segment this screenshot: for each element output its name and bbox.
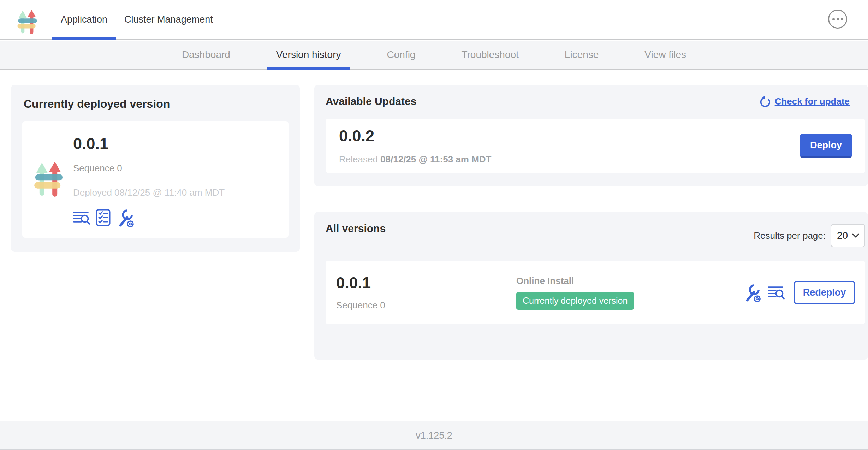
update-version-number: 0.0.2 — [339, 127, 492, 145]
subnav-config[interactable]: Config — [378, 41, 425, 69]
chevron-down-icon — [852, 233, 860, 238]
row-version-number: 0.0.1 — [336, 274, 516, 292]
ellipsis-icon — [837, 18, 839, 20]
update-details: 0.0.2 Released 08/12/25 @ 11:53 am MDT — [339, 127, 492, 165]
results-per-page: Results per page: 20 — [754, 224, 865, 247]
top-header: Application Cluster Management — [0, 0, 868, 40]
deployed-version-actions — [73, 208, 225, 227]
footer: v1.125.2 — [0, 421, 868, 450]
ellipsis-icon — [841, 18, 843, 20]
tab-cluster-management[interactable]: Cluster Management — [116, 0, 221, 39]
overflow-menu-button[interactable] — [828, 10, 847, 29]
subnav-view-files[interactable]: View files — [635, 41, 695, 69]
preflight-checks-icon[interactable] — [96, 209, 111, 226]
tab-application[interactable]: Application — [52, 0, 116, 39]
check-for-update-label: Check for update — [775, 96, 850, 107]
row-sequence: Sequence 0 — [336, 300, 516, 311]
edit-config-icon[interactable] — [743, 283, 761, 302]
subnav-license-label: License — [565, 49, 599, 60]
edit-config-icon[interactable] — [116, 208, 134, 227]
window-bottom-edge — [0, 449, 868, 450]
install-type: Online Install — [516, 276, 743, 286]
available-update-row: 0.0.2 Released 08/12/25 @ 11:53 am MDT D… — [326, 119, 865, 173]
deployed-sequence: Sequence 0 — [73, 163, 225, 174]
top-tabs: Application Cluster Management — [52, 0, 221, 39]
results-per-page-value: 20 — [837, 230, 848, 241]
all-versions-title: All versions — [326, 223, 386, 235]
version-history-page: Application Cluster Management Dashboard… — [0, 0, 868, 450]
view-diff-icon[interactable] — [73, 210, 90, 225]
deploy-button[interactable]: Deploy — [800, 134, 852, 158]
subnav-dashboard-label: Dashboard — [182, 49, 230, 60]
subnav-config-label: Config — [387, 49, 416, 60]
currently-deployed-inner-card: 0.0.1 Sequence 0 Deployed 08/12/25 @ 11:… — [22, 121, 289, 238]
update-released-timestamp: Released 08/12/25 @ 11:53 am MDT — [339, 154, 492, 165]
currently-deployed-title: Currently deployed version — [24, 97, 289, 111]
deployed-timestamp: Deployed 08/12/25 @ 11:40 am MDT — [73, 187, 225, 198]
app-logo-icon — [34, 132, 63, 227]
version-row-actions: Redeploy — [743, 281, 855, 304]
check-for-update-link[interactable]: Check for update — [759, 96, 850, 107]
released-prefix: Released — [339, 154, 380, 165]
view-diff-icon[interactable] — [768, 285, 785, 300]
available-updates-header: Available Updates Check for update — [326, 95, 868, 107]
tab-application-label: Application — [61, 14, 107, 25]
console-version: v1.125.2 — [416, 430, 452, 441]
released-date: 08/12/25 @ 11:53 am MDT — [380, 154, 491, 165]
subnav-dashboard[interactable]: Dashboard — [173, 41, 239, 69]
all-versions-card: All versions Results per page: 20 0.0.1 … — [314, 212, 868, 360]
currently-deployed-details: 0.0.1 Sequence 0 Deployed 08/12/25 @ 11:… — [73, 130, 225, 227]
ellipsis-icon — [832, 18, 835, 20]
refresh-icon — [759, 96, 771, 107]
available-updates-title: Available Updates — [326, 95, 416, 107]
currently-deployed-badge: Currently deployed version — [516, 292, 634, 310]
subnav-troubleshoot[interactable]: Troubleshoot — [452, 41, 528, 69]
results-per-page-label: Results per page: — [754, 230, 826, 241]
available-updates-card: Available Updates Check for update 0.0.2… — [314, 85, 868, 186]
version-row: 0.0.1 Sequence 0 Online Install Currentl… — [326, 261, 865, 324]
redeploy-button[interactable]: Redeploy — [794, 281, 855, 304]
deployed-version-number: 0.0.1 — [73, 135, 225, 153]
subnav-version-history[interactable]: Version history — [267, 41, 350, 69]
subnav-license[interactable]: License — [555, 41, 608, 69]
results-per-page-select[interactable]: 20 — [831, 224, 865, 247]
subnav-troubleshoot-label: Troubleshoot — [461, 49, 518, 60]
subnav-view-files-label: View files — [644, 49, 686, 60]
app-logo-icon — [17, 5, 37, 39]
subnav-version-history-label: Version history — [276, 49, 341, 60]
app-subnav: Dashboard Version history Config Trouble… — [0, 41, 868, 70]
version-row-id: 0.0.1 Sequence 0 — [336, 274, 516, 311]
all-versions-header: All versions Results per page: 20 — [326, 223, 868, 247]
version-row-status: Online Install Currently deployed versio… — [516, 276, 743, 310]
tab-cluster-management-label: Cluster Management — [124, 14, 213, 25]
currently-deployed-card: Currently deployed version 0.0.1 Sequenc… — [11, 85, 300, 252]
